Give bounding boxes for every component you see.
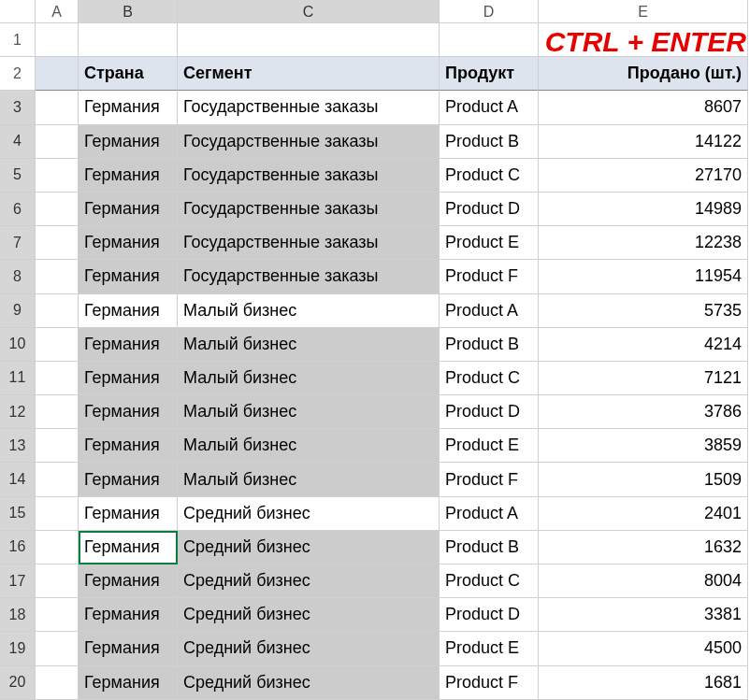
row-header-4[interactable]: 4 <box>0 125 36 159</box>
cell-A9[interactable] <box>36 294 79 328</box>
cell-E2[interactable]: Продано (шт.) <box>539 57 748 91</box>
cell-E13[interactable]: 3859 <box>539 429 748 463</box>
cell-D3[interactable]: Product A <box>440 91 539 124</box>
row-header-7[interactable]: 7 <box>0 226 36 260</box>
cell-E11[interactable]: 7121 <box>539 362 748 395</box>
row-header-10[interactable]: 10 <box>0 328 36 362</box>
cell-E4[interactable]: 14122 <box>539 125 748 159</box>
cell-B15[interactable]: Германия <box>79 497 178 531</box>
cell-A1[interactable] <box>36 23 79 57</box>
row-header-12[interactable]: 12 <box>0 395 36 429</box>
cell-D17[interactable]: Product C <box>440 564 539 598</box>
cell-C19[interactable]: Средний бизнес <box>178 632 440 665</box>
cell-E9[interactable]: 5735 <box>539 294 748 328</box>
cell-B4[interactable]: Германия <box>79 125 178 159</box>
row-header-17[interactable]: 17 <box>0 564 36 598</box>
cell-B1[interactable] <box>79 23 178 57</box>
cell-E8[interactable]: 11954 <box>539 260 748 293</box>
cell-C2[interactable]: Сегмент <box>178 57 440 91</box>
row-header-20[interactable]: 20 <box>0 666 36 700</box>
cell-B9[interactable]: Германия <box>79 294 178 328</box>
cell-A6[interactable] <box>36 193 79 226</box>
cell-B2[interactable]: Страна <box>79 57 178 91</box>
row-header-14[interactable]: 14 <box>0 463 36 496</box>
cell-D4[interactable]: Product B <box>440 125 539 159</box>
cell-D16[interactable]: Product B <box>440 531 539 564</box>
row-header-2[interactable]: 2 <box>0 57 36 91</box>
row-header-3[interactable]: 3 <box>0 91 36 124</box>
cell-D9[interactable]: Product A <box>440 294 539 328</box>
col-header-B[interactable]: B <box>79 0 178 23</box>
cell-C6[interactable]: Государственные заказы <box>178 193 440 226</box>
cell-D5[interactable]: Product C <box>440 159 539 193</box>
cell-D20[interactable]: Product F <box>440 666 539 700</box>
row-header-18[interactable]: 18 <box>0 598 36 632</box>
cell-A20[interactable] <box>36 666 79 700</box>
cell-C13[interactable]: Малый бизнес <box>178 429 440 463</box>
cell-A14[interactable] <box>36 463 79 496</box>
cell-E6[interactable]: 14989 <box>539 193 748 226</box>
row-header-8[interactable]: 8 <box>0 260 36 293</box>
col-header-C[interactable]: C <box>178 0 440 23</box>
cell-E18[interactable]: 3381 <box>539 598 748 632</box>
cell-B5[interactable]: Германия <box>79 159 178 193</box>
col-header-E[interactable]: E <box>539 0 748 23</box>
cell-A5[interactable] <box>36 159 79 193</box>
row-header-13[interactable]: 13 <box>0 429 36 463</box>
row-header-15[interactable]: 15 <box>0 497 36 531</box>
row-header-6[interactable]: 6 <box>0 193 36 226</box>
cell-E16[interactable]: 1632 <box>539 531 748 564</box>
cell-A11[interactable] <box>36 362 79 395</box>
cell-B6[interactable]: Германия <box>79 193 178 226</box>
cell-A2[interactable] <box>36 57 79 91</box>
spreadsheet-grid[interactable]: ABCDE12СтранаСегментПродуктПродано (шт.)… <box>0 0 750 700</box>
cell-B17[interactable]: Германия <box>79 564 178 598</box>
cell-C15[interactable]: Средний бизнес <box>178 497 440 531</box>
cell-A17[interactable] <box>36 564 79 598</box>
cell-E15[interactable]: 2401 <box>539 497 748 531</box>
cell-A4[interactable] <box>36 125 79 159</box>
cell-D6[interactable]: Product D <box>440 193 539 226</box>
cell-C20[interactable]: Средний бизнес <box>178 666 440 700</box>
cell-D15[interactable]: Product A <box>440 497 539 531</box>
cell-A10[interactable] <box>36 328 79 362</box>
cell-D14[interactable]: Product F <box>440 463 539 496</box>
cell-A13[interactable] <box>36 429 79 463</box>
cell-E19[interactable]: 4500 <box>539 632 748 665</box>
cell-B12[interactable]: Германия <box>79 395 178 429</box>
cell-D2[interactable]: Продукт <box>440 57 539 91</box>
cell-C10[interactable]: Малый бизнес <box>178 328 440 362</box>
cell-E14[interactable]: 1509 <box>539 463 748 496</box>
col-header-D[interactable]: D <box>440 0 539 23</box>
cell-D8[interactable]: Product F <box>440 260 539 293</box>
row-header-9[interactable]: 9 <box>0 294 36 328</box>
cell-B10[interactable]: Германия <box>79 328 178 362</box>
cell-C5[interactable]: Государственные заказы <box>178 159 440 193</box>
cell-B11[interactable]: Германия <box>79 362 178 395</box>
cell-A8[interactable] <box>36 260 79 293</box>
col-header-A[interactable]: A <box>36 0 79 23</box>
cell-C8[interactable]: Государственные заказы <box>178 260 440 293</box>
cell-C12[interactable]: Малый бизнес <box>178 395 440 429</box>
cell-B14[interactable]: Германия <box>79 463 178 496</box>
cell-C9[interactable]: Малый бизнес <box>178 294 440 328</box>
cell-A15[interactable] <box>36 497 79 531</box>
cell-A16[interactable] <box>36 531 79 564</box>
cell-D11[interactable]: Product C <box>440 362 539 395</box>
cell-B8[interactable]: Германия <box>79 260 178 293</box>
cell-C1[interactable] <box>178 23 440 57</box>
cell-C11[interactable]: Малый бизнес <box>178 362 440 395</box>
cell-B3[interactable]: Германия <box>79 91 178 124</box>
cell-C16[interactable]: Средний бизнес <box>178 531 440 564</box>
cell-B20[interactable]: Германия <box>79 666 178 700</box>
cell-E5[interactable]: 27170 <box>539 159 748 193</box>
cell-D7[interactable]: Product E <box>440 226 539 260</box>
cell-E20[interactable]: 1681 <box>539 666 748 700</box>
cell-D10[interactable]: Product B <box>440 328 539 362</box>
header-corner[interactable] <box>0 0 36 23</box>
cell-C14[interactable]: Малый бизнес <box>178 463 440 496</box>
cell-B19[interactable]: Германия <box>79 632 178 665</box>
cell-C18[interactable]: Средний бизнес <box>178 598 440 632</box>
cell-A12[interactable] <box>36 395 79 429</box>
cell-B18[interactable]: Германия <box>79 598 178 632</box>
